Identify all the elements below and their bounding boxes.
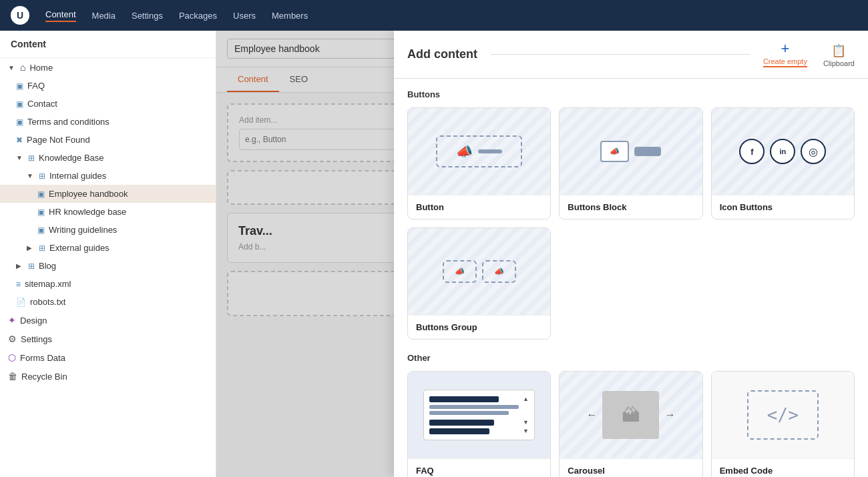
logo[interactable]: U xyxy=(11,6,29,25)
toggle-home[interactable]: ▼ xyxy=(8,64,16,71)
nav-users[interactable]: Users xyxy=(233,11,256,21)
button-preview-illustration: 📣 xyxy=(436,135,522,167)
toggle-internal[interactable]: ▼ xyxy=(27,172,35,179)
card-buttons-group-preview: 📣 📣 xyxy=(408,228,550,315)
sidebar-item-hr-knowledge[interactable]: ▣ HR knowledge base xyxy=(0,203,216,221)
card-button-label: Button xyxy=(408,195,550,219)
icon-hr-knowledge: ▣ xyxy=(37,207,45,217)
card-buttons-group-label: Buttons Group xyxy=(408,315,550,339)
icon-internal-guides: ⊞ xyxy=(39,171,45,181)
card-faq-label: FAQ xyxy=(408,458,550,477)
card-embed-code-label: Embed Code xyxy=(712,458,854,477)
card-carousel[interactable]: ← 🏔 → Carousel xyxy=(559,371,702,477)
sidebar-label-knowledge-base: Knowledge Base xyxy=(39,153,104,163)
sidebar-label-internal-guides: Internal guides xyxy=(49,171,106,181)
card-buttons-group[interactable]: 📣 📣 Buttons Group xyxy=(407,227,551,340)
sidebar-item-design[interactable]: ✦ Design xyxy=(0,311,216,330)
sidebar-label-external-guides: External guides xyxy=(49,243,110,253)
card-icon-buttons[interactable]: f in ◎ Icon Buttons xyxy=(711,107,855,219)
sidebar-item-robots[interactable]: 📄 robots.txt xyxy=(0,293,216,311)
create-empty-btn[interactable]: + Create empty xyxy=(763,41,807,67)
clipboard-label: Clipboard xyxy=(823,59,855,67)
sidebar-label-not-found: Page Not Found xyxy=(27,135,90,145)
icon-terms: ▣ xyxy=(16,117,23,127)
top-nav: U Content Media Settings Packages Users … xyxy=(0,0,868,31)
sidebar-item-blog[interactable]: ▶ ⊞ Blog xyxy=(0,257,216,275)
panel-body: Buttons 📣 xyxy=(394,79,868,477)
sidebar-item-external-guides[interactable]: ▶ ⊞ External guides xyxy=(0,239,216,257)
button-preview-icon: 📣 xyxy=(456,143,473,159)
sidebar-label-forms: Forms Data xyxy=(20,353,65,363)
add-content-panel: Add content + Create empty 📋 Clipboard xyxy=(394,31,868,477)
toggle-knowledge[interactable]: ▼ xyxy=(16,154,24,161)
sidebar-item-recycle[interactable]: 🗑 Recycle Bin xyxy=(0,367,216,386)
icon-home: ⌂ xyxy=(20,62,25,73)
nav-packages[interactable]: Packages xyxy=(179,11,217,21)
card-button[interactable]: 📣 Button xyxy=(407,107,551,219)
card-buttons-block-label: Buttons Block xyxy=(560,195,702,219)
sidebar-label-blog: Blog xyxy=(39,261,56,271)
sidebar-label-recycle: Recycle Bin xyxy=(21,372,67,382)
sidebar-label-hr-knowledge: HR knowledge base xyxy=(49,207,126,217)
sidebar-item-not-found[interactable]: ✖ Page Not Found xyxy=(0,131,216,149)
other-grid: ▲ ▼ xyxy=(407,371,855,477)
sidebar-item-faq[interactable]: ▣ FAQ xyxy=(0,77,216,95)
sidebar-item-forms[interactable]: ⬡ Forms Data xyxy=(0,348,216,367)
clipboard-btn[interactable]: 📋 Clipboard xyxy=(823,43,855,67)
nav-content[interactable]: Content xyxy=(45,9,76,22)
card-carousel-label: Carousel xyxy=(560,458,702,477)
panel-title: Add content xyxy=(407,47,477,61)
sidebar-label-contact: Contact xyxy=(27,99,57,109)
clipboard-icon: 📋 xyxy=(831,43,846,58)
toggle-blog[interactable]: ▶ xyxy=(16,262,24,270)
sidebar-item-terms[interactable]: ▣ Terms and conditions xyxy=(0,113,216,131)
icon-not-found: ✖ xyxy=(16,135,23,145)
section-label-other: Other xyxy=(407,353,855,363)
nav-settings[interactable]: Settings xyxy=(132,11,163,21)
card-buttons-block-preview: 📣 xyxy=(560,108,702,195)
icon-knowledge-base: ⊞ xyxy=(28,153,35,163)
card-embed-code-preview: </> xyxy=(712,372,854,458)
nav-members[interactable]: Members xyxy=(272,11,308,21)
icon-robots: 📄 xyxy=(16,298,26,307)
card-embed-code[interactable]: </> Embed Code xyxy=(711,371,855,477)
sidebar-item-internal-guides[interactable]: ▼ ⊞ Internal guides xyxy=(0,167,216,185)
embed-preview-illustration: </> xyxy=(747,390,819,440)
sidebar-item-sitemap[interactable]: ≡ sitemap.xml xyxy=(0,275,216,293)
sidebar-label-writing: Writing guidelines xyxy=(49,225,117,235)
buttons-block-preview-illustration: 📣 xyxy=(600,141,661,162)
sidebar-label-robots: robots.txt xyxy=(30,297,65,307)
icon-writing: ▣ xyxy=(37,225,45,235)
icon-settings: ⚙ xyxy=(8,334,17,344)
sidebar-label-sitemap: sitemap.xml xyxy=(25,279,71,289)
icon-design: ✦ xyxy=(8,315,16,326)
sidebar-item-knowledge-base[interactable]: ▼ ⊞ Knowledge Base xyxy=(0,149,216,167)
sidebar-item-writing[interactable]: ▣ Writing guidelines xyxy=(0,221,216,239)
card-icon-buttons-preview: f in ◎ xyxy=(712,108,854,195)
icon-recycle: 🗑 xyxy=(8,371,17,382)
section-other: Other ▲ xyxy=(407,353,855,477)
card-buttons-block[interactable]: 📣 Buttons Block xyxy=(559,107,702,219)
icon-forms: ⬡ xyxy=(8,352,16,363)
icon-employee-handbook: ▣ xyxy=(37,189,45,199)
toggle-external[interactable]: ▶ xyxy=(27,244,35,252)
create-empty-icon: + xyxy=(781,41,789,56)
sidebar-item-home[interactable]: ▼ ⌂ Home xyxy=(0,58,216,77)
card-faq[interactable]: ▲ ▼ xyxy=(407,371,551,477)
sidebar: Content ▼ ⌂ Home ▣ FAQ ▣ Contact ▣ Terms… xyxy=(0,31,216,477)
faq-preview-illustration: ▲ ▼ xyxy=(423,390,534,440)
create-empty-label: Create empty xyxy=(763,57,807,67)
icon-blog: ⊞ xyxy=(28,262,35,271)
buttons-grid: 📣 Button xyxy=(407,107,855,340)
sidebar-label-home: Home xyxy=(29,63,53,73)
sidebar-item-employee-handbook[interactable]: ▣ Employee handbook xyxy=(0,185,216,203)
sidebar-label-design: Design xyxy=(20,316,47,326)
icon-contact: ▣ xyxy=(16,99,23,109)
sidebar-item-contact[interactable]: ▣ Contact xyxy=(0,95,216,113)
icon-sitemap: ≡ xyxy=(16,280,21,289)
nav-media[interactable]: Media xyxy=(92,11,116,21)
panel-header: Add content + Create empty 📋 Clipboard xyxy=(394,31,868,79)
icon-buttons-preview-illustration: f in ◎ xyxy=(739,139,826,164)
card-carousel-preview: ← 🏔 → xyxy=(560,372,702,458)
sidebar-item-settings[interactable]: ⚙ Settings xyxy=(0,330,216,348)
